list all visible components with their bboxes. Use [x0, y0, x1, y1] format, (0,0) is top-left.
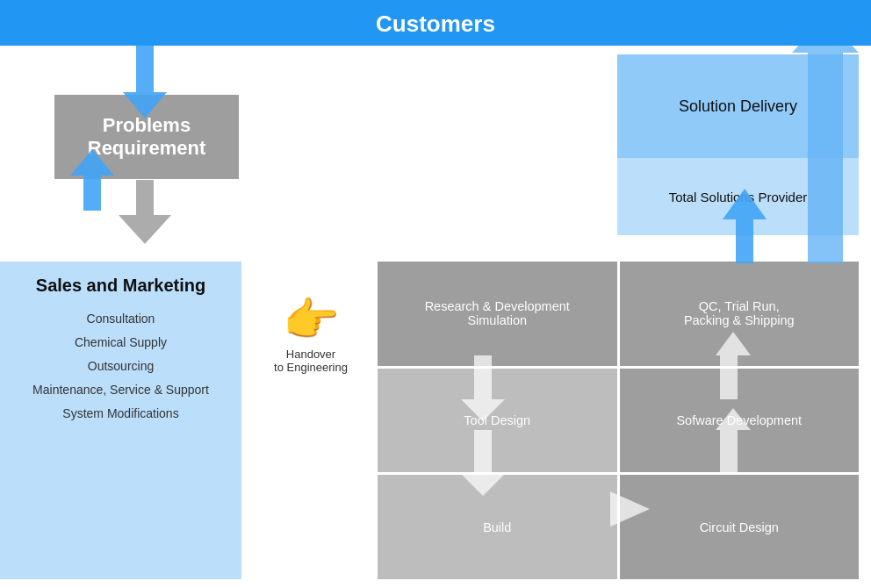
- svg-marker-1: [119, 180, 171, 244]
- eng-cell-software: Sofware Development: [620, 369, 860, 473]
- eng-cell-circuit: Circuit Design: [620, 475, 860, 579]
- sales-item-maintenance: Maintenance, Service & Support: [11, 383, 231, 397]
- problems-box: Problems Requirement: [54, 95, 239, 179]
- sales-item-consultation: Consultation: [11, 312, 231, 326]
- eng-cell-build: Build: [378, 475, 617, 579]
- total-solutions-box: Total Solutions Provider: [617, 158, 859, 235]
- total-solutions-label: Total Solutions Provider: [669, 190, 808, 204]
- sales-box: Sales and Marketing Consultation Chemica…: [0, 262, 241, 579]
- eng-cell-rd: Research & Development Simulation: [378, 262, 617, 366]
- eng-cell-tool: Tool Design: [378, 369, 617, 473]
- hand-icon: 👉: [246, 297, 376, 342]
- engineering-grid: Research & Development Simulation QC, Tr…: [378, 262, 859, 579]
- problems-label: Problems Requirement: [88, 114, 205, 159]
- customers-label: Customers: [376, 11, 495, 37]
- handover-area: 👉 Handover to Engineering: [246, 297, 376, 374]
- sales-item-system: System Modifications: [11, 406, 231, 420]
- solution-delivery-box: Solution Delivery: [617, 54, 859, 158]
- sales-title: Sales and Marketing: [11, 276, 231, 296]
- customers-header: Customers: [0, 0, 871, 46]
- eng-cell-qc: QC, Trial Run, Packing & Shipping: [620, 262, 860, 366]
- right-column: Solution Delivery Total Solutions Provid…: [617, 54, 859, 235]
- sales-item-chemical: Chemical Supply: [11, 335, 231, 349]
- solution-delivery-label: Solution Delivery: [679, 97, 797, 116]
- sales-item-outsourcing: Outsourcing: [11, 359, 231, 373]
- handover-label: Handover to Engineering: [246, 348, 376, 374]
